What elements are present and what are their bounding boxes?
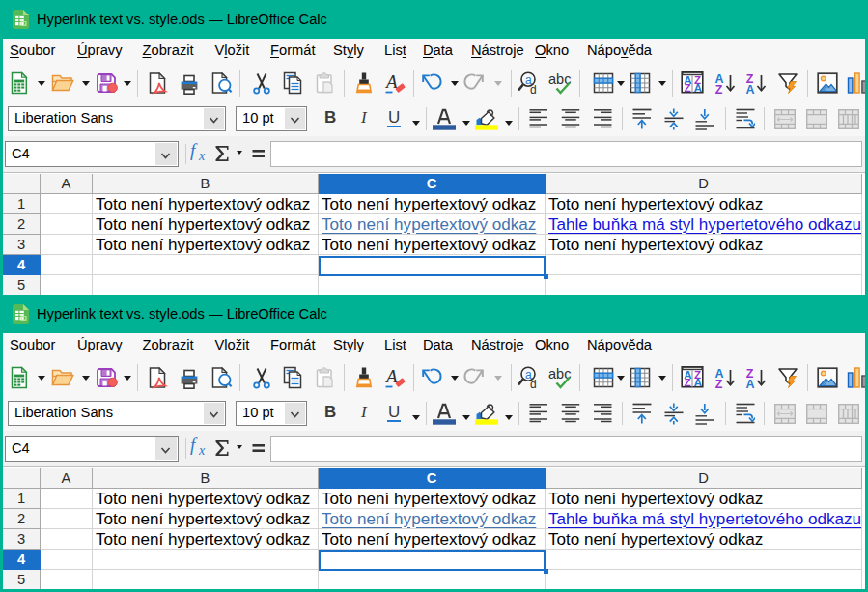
svg-text:A: A xyxy=(694,82,702,94)
svg-text:A: A xyxy=(746,83,755,95)
svg-text:A: A xyxy=(746,378,755,389)
svg-text:A: A xyxy=(694,377,702,388)
svg-text:f: f xyxy=(190,435,198,455)
svg-text:d: d xyxy=(530,83,537,96)
svg-text:Z: Z xyxy=(715,83,723,95)
svg-text:x: x xyxy=(198,149,206,163)
svg-text:Z: Z xyxy=(684,377,690,388)
svg-text:Z: Z xyxy=(715,378,723,389)
svg-text:f: f xyxy=(190,140,198,160)
svg-text:d: d xyxy=(530,378,537,390)
svg-text:Z: Z xyxy=(684,82,690,94)
svg-text:x: x xyxy=(198,443,206,458)
